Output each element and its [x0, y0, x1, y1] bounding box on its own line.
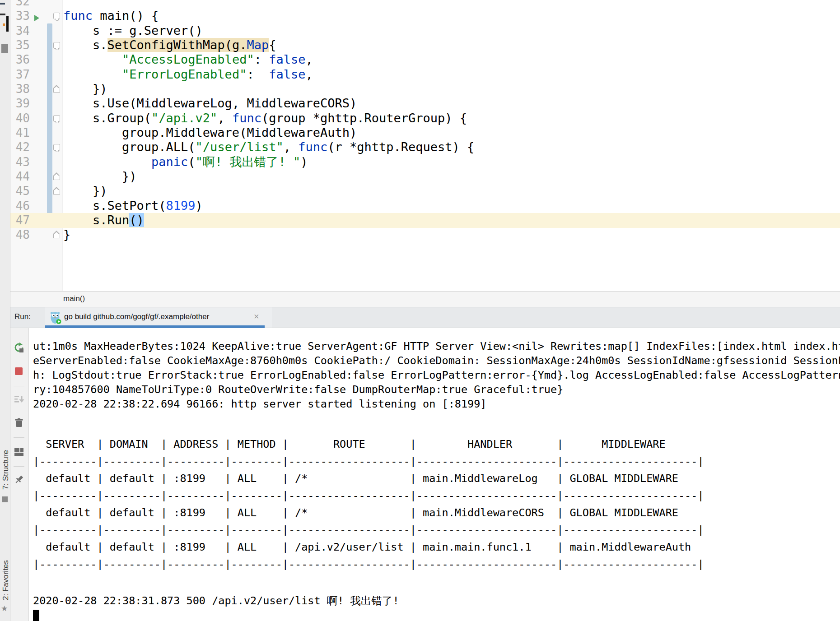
panic-error-log-line: 2020-02-28 22:38:31.873 500 /api.v2/user… [33, 593, 840, 608]
code-line-45: 45 }) [10, 184, 840, 199]
go-gopher-run-icon [50, 311, 62, 326]
router-table-line-5: default | default | :8199 | ALL | /* | m… [33, 504, 840, 521]
line-number: 34 [10, 23, 30, 38]
line-number: 36 [10, 52, 30, 67]
code-line-43: 43 panic("啊! 我出错了! ") [10, 155, 840, 170]
scroll-to-end-button[interactable] [14, 394, 24, 405]
code-line-35: 35 s.SetConfigWithMap(g.Map{ [10, 38, 840, 53]
line-number: 40 [10, 111, 30, 125]
router-table-line-4: |---------|---------|---------|--------|… [33, 487, 840, 504]
line-number: 47 [10, 213, 30, 227]
code-text: }) [63, 82, 107, 96]
toolbar-separator [14, 386, 24, 386]
fold-end-icon[interactable] [53, 190, 60, 195]
line-number: 45 [10, 184, 30, 198]
code-text: group.Middleware(MiddlewareAuth) [63, 125, 357, 140]
line-number: 44 [10, 169, 30, 184]
structure-icon[interactable] [2, 496, 8, 502]
line-number: 37 [10, 67, 30, 82]
code-line-36: 36 "AccessLogEnabled": false, [10, 52, 840, 67]
code-text: }) [63, 169, 137, 184]
code-text: s.Group("/api.v2", func(group *ghttp.Rou… [63, 111, 467, 125]
clipped-stripe-icon [0, 14, 5, 15]
clear-console-trash-icon[interactable] [14, 417, 24, 428]
code-line-48: 48} [10, 227, 840, 242]
rerun-button[interactable] [14, 343, 24, 353]
line-number: 46 [10, 199, 30, 213]
tool-window-icon[interactable] [1, 44, 8, 53]
fold-end-icon[interactable] [53, 176, 60, 180]
code-line-44: 44 }) [10, 169, 840, 184]
fold-start-icon[interactable] [53, 115, 60, 122]
code-line-33: 33func main() { [10, 9, 840, 23]
run-toolwindow-title: Run: [14, 312, 31, 321]
fold-end-icon[interactable] [53, 234, 60, 238]
stop-button[interactable] [14, 366, 24, 377]
close-tab-icon[interactable]: × [254, 311, 259, 322]
pin-tab-icon[interactable] [14, 474, 24, 485]
line-number: 38 [10, 82, 30, 96]
editor-lines: 3233func main() {34 s := g.Server()35 s.… [10, 0, 840, 291]
fold-end-icon[interactable] [53, 88, 60, 93]
clipped-stripe-icon [0, 3, 5, 5]
run-console-toolbar [10, 328, 29, 621]
console-log-line-5: 2020-02-28 22:38:22.694 96166: http serv… [33, 397, 840, 411]
line-number: 41 [10, 125, 30, 140]
run-configuration-tab[interactable]: go build github.com/gogf/gf/.example/oth… [45, 307, 272, 328]
line-number: 35 [10, 38, 30, 52]
code-text: }) [63, 184, 107, 198]
clipped-stripe-icon [6, 16, 9, 32]
server-config-log: ut:1m0s MaxHeaderBytes:1024 KeepAlive:tr… [33, 339, 840, 411]
breadcrumb: main() [10, 291, 840, 307]
fold-start-icon[interactable] [53, 144, 60, 151]
code-text: s.Run() [63, 213, 144, 227]
router-table-line-1: SERVER | DOMAIN | ADDRESS | METHOD | ROU… [33, 436, 840, 453]
favorites-toolwindow-button[interactable]: 2: Favorites [1, 560, 10, 600]
line-number: 33 [10, 9, 30, 23]
code-text: group.ALL("/user/list", func(r *ghttp.Re… [63, 140, 474, 154]
breadcrumb-item-main[interactable]: main() [63, 294, 85, 303]
console-log-line-3: h: LogStdout:true ErrorStack:true ErrorL… [33, 368, 840, 382]
restore-layout-button[interactable] [14, 446, 24, 457]
line-number: 32 [10, 0, 30, 9]
clipped-stripe-icon [3, 23, 5, 26]
run-main-gutter-icon[interactable] [33, 12, 40, 19]
router-table-line-3: default | default | :8199 | ALL | /* | m… [33, 470, 840, 487]
favorites-star-icon[interactable]: ★ [1, 604, 8, 613]
fold-start-icon[interactable] [53, 13, 60, 19]
run-toolwindow-header: Run: go build github.com/gogf/gf/.exampl… [10, 307, 840, 328]
console-caret [33, 610, 39, 621]
code-line-32: 32 [10, 0, 840, 9]
code-line-38: 38 }) [10, 82, 840, 97]
line-number: 39 [10, 96, 30, 111]
router-map-table: SERVER | DOMAIN | ADDRESS | METHOD | ROU… [33, 436, 840, 573]
toolbar-separator [14, 437, 24, 438]
line-number: 43 [10, 155, 30, 169]
toolbar-separator [14, 466, 24, 467]
router-table-line-7: default | default | :8199 | ALL | /api.v… [33, 538, 840, 556]
code-text: s := g.Server() [63, 23, 203, 38]
code-line-34: 34 s := g.Server() [10, 23, 840, 38]
code-text: s.SetConfigWithMap(g.Map{ [63, 38, 276, 52]
code-line-39: 39 s.Use(MiddlewareLog, MiddlewareCORS) [10, 96, 840, 111]
code-text: s.SetPort(8199) [63, 199, 203, 213]
console-log-line-1: ut:1m0s MaxHeaderBytes:1024 KeepAlive:tr… [33, 339, 840, 353]
code-line-40: 40 s.Group("/api.v2", func(group *ghttp.… [10, 111, 840, 126]
fold-start-icon[interactable] [53, 42, 60, 49]
line-number: 48 [10, 227, 30, 242]
code-line-46: 46 s.SetPort(8199) [10, 199, 840, 213]
run-console-output[interactable]: ut:1m0s MaxHeaderBytes:1024 KeepAlive:tr… [29, 328, 840, 621]
code-editor[interactable]: 3233func main() {34 s := g.Server()35 s.… [10, 0, 840, 291]
code-text: } [63, 227, 70, 242]
code-text: panic("啊! 我出错了! ") [63, 155, 308, 169]
router-table-line-6: |---------|---------|---------|--------|… [33, 521, 840, 538]
code-line-41: 41 group.Middleware(MiddlewareAuth) [10, 125, 840, 140]
tool-window-stripe: 7: Structure 2: Favorites ★ [0, 0, 10, 621]
code-line-37: 37 "ErrorLogEnabled": false, [10, 67, 840, 82]
line-number: 42 [10, 140, 30, 154]
code-line-42: 42 group.ALL("/user/list", func(r *ghttp… [10, 140, 840, 155]
goland-ide-window: { "stripe": { "structure_label": "7: Str… [0, 0, 840, 621]
structure-toolwindow-button[interactable]: 7: Structure [1, 450, 10, 490]
code-text: "ErrorLogEnabled": false, [63, 67, 313, 82]
router-table-line-8: |---------|---------|---------|--------|… [33, 556, 840, 573]
